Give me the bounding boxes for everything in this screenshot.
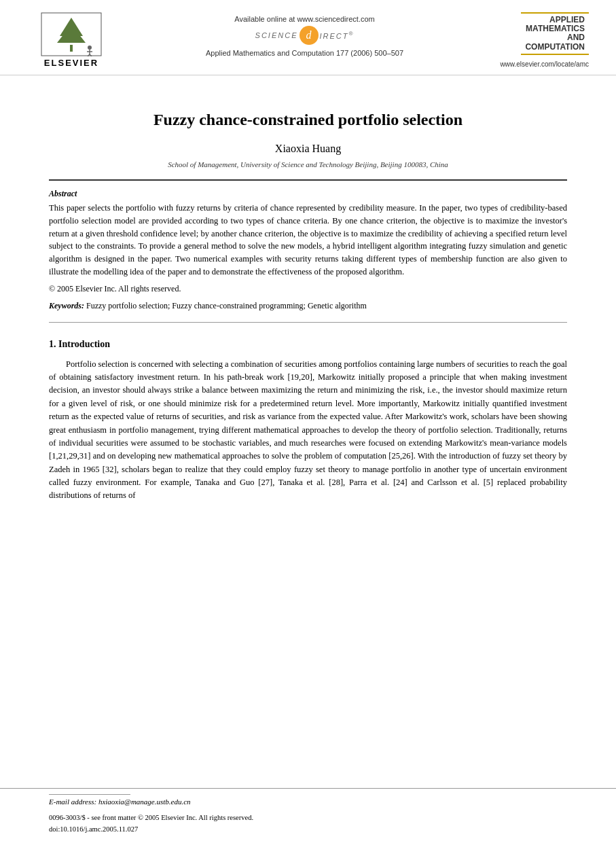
content: Fuzzy chance-constrained portfolio selec… [0, 75, 616, 516]
applied-math-logo: APPLIED MATHEMATICS AND COMPUTATION [521, 12, 589, 55]
abstract-label: Abstract [49, 189, 567, 199]
title-divider [49, 179, 567, 181]
direct-text: IRECT® [320, 31, 355, 40]
paper-title: Fuzzy chance-constrained portfolio selec… [49, 109, 567, 130]
issn-line: 0096-3003/$ - see front matter © 2005 El… [49, 812, 567, 824]
keywords: Keywords: Fuzzy portfolio selection; Fuz… [49, 301, 567, 311]
header: ELSEVIER Available online at www.science… [0, 0, 616, 75]
email-address: hxiaoxia@manage.ustb.edu.cn [98, 798, 191, 806]
footer-divider [49, 794, 130, 795]
applied-math-title: APPLIED MATHEMATICS AND COMPUTATION [525, 16, 585, 52]
footer-codes: 0096-3003/$ - see front matter © 2005 El… [49, 812, 567, 836]
abstract-divider [49, 322, 567, 323]
keywords-label: Keywords: [49, 301, 84, 310]
footer: E-mail address: hxiaoxia@manage.ustb.edu… [0, 788, 616, 841]
science-text: SCIENCE [255, 31, 298, 39]
sciencedirect-logo: SCIENCE d IRECT® [115, 26, 494, 45]
affiliation: School of Management, University of Scie… [49, 160, 567, 168]
keywords-text: Fuzzy portfolio selection; Fuzzy chance-… [86, 301, 367, 310]
svg-point-5 [88, 46, 92, 50]
section-1-heading: 1. Introduction [49, 339, 567, 350]
sd-circle-icon: d [300, 26, 319, 45]
abstract-text: This paper selects the portfolio with fu… [49, 202, 567, 279]
page: ELSEVIER Available online at www.science… [0, 0, 616, 841]
header-right: APPLIED MATHEMATICS AND COMPUTATION www.… [494, 12, 589, 68]
svg-rect-2 [70, 45, 73, 52]
author-name: Xiaoxia Huang [49, 143, 567, 155]
elsevier-logo-section: ELSEVIER [27, 12, 115, 68]
section-1-paragraph: Portfolio selection is concerned with se… [49, 358, 567, 503]
title-section: Fuzzy chance-constrained portfolio selec… [49, 109, 567, 168]
copyright: © 2005 Elsevier Inc. All rights reserved… [49, 284, 567, 294]
email-label: E-mail address: hxiaoxia@manage.ustb.edu… [49, 798, 567, 806]
available-online-text: Available online at www.sciencedirect.co… [115, 15, 494, 23]
doi-line: doi:10.1016/j.amc.2005.11.027 [49, 824, 567, 836]
journal-name: Applied Mathematics and Computation 177 … [115, 49, 494, 57]
elsevier-logo: ELSEVIER [27, 12, 115, 68]
header-center: Available online at www.sciencedirect.co… [115, 12, 494, 57]
section-1: 1. Introduction Portfolio selection is c… [49, 339, 567, 503]
abstract-section: Abstract This paper selects the portfoli… [49, 189, 567, 294]
elsevier-wordmark: ELSEVIER [44, 58, 98, 68]
elsevier-tree-icon [41, 12, 102, 56]
elsevier-url: www.elsevier.com/locate/amc [500, 60, 589, 68]
